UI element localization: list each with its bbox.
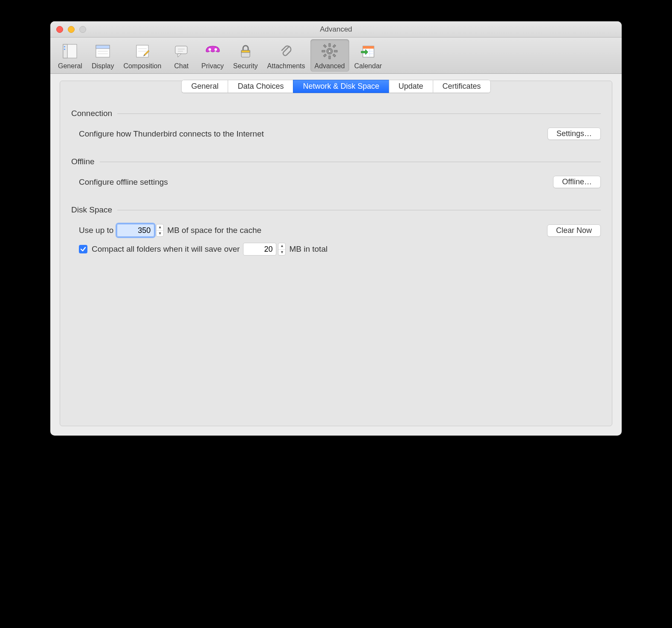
svg-rect-30: [333, 44, 336, 47]
toolbar-label: Chat: [174, 62, 188, 70]
attachments-icon: [277, 42, 295, 61]
stepper-up-icon[interactable]: ▲: [156, 224, 163, 231]
tab-network-disk-space[interactable]: Network & Disk Space: [293, 80, 388, 93]
compact-threshold-stepper[interactable]: ▲ ▼: [278, 243, 286, 256]
section-disk-space: Disk Space Use up to ▲ ▼ MB of space for…: [71, 205, 601, 256]
section-title: Connection: [71, 109, 117, 118]
toolbar-label: Calendar: [354, 62, 382, 70]
cache-prefix-label: Use up to: [79, 226, 113, 235]
preferences-toolbar: General Display: [50, 38, 622, 74]
cache-suffix-label: MB of space for the cache: [167, 226, 261, 235]
calendar-icon: [359, 42, 377, 61]
advanced-icon: [320, 42, 339, 61]
toolbar-label: Security: [233, 62, 258, 70]
stepper-down-icon[interactable]: ▼: [278, 250, 285, 256]
section-heading: Offline: [71, 157, 601, 166]
security-icon: [236, 42, 255, 61]
tab-data-choices[interactable]: Data Choices: [228, 80, 293, 93]
privacy-icon: [203, 42, 222, 61]
toolbar-security[interactable]: Security: [229, 39, 262, 72]
divider: [117, 113, 601, 114]
preferences-window: Advanced General: [50, 21, 622, 436]
toolbar-advanced[interactable]: Advanced: [310, 39, 349, 72]
compact-label: Compact all folders when it will save ov…: [92, 244, 240, 254]
compact-checkbox[interactable]: [79, 245, 87, 253]
toolbar-label: Attachments: [267, 62, 305, 70]
svg-rect-4: [64, 49, 65, 50]
sub-tabs: General Data Choices Network & Disk Spac…: [71, 80, 601, 93]
stepper-up-icon[interactable]: ▲: [278, 243, 285, 250]
offline-desc: Configure offline settings: [79, 177, 168, 187]
general-icon: [61, 42, 79, 61]
titlebar: Advanced: [50, 21, 622, 38]
connection-desc: Configure how Thunderbird connects to th…: [79, 129, 264, 139]
connection-settings-button[interactable]: Settings…: [547, 128, 601, 140]
display-icon: [93, 42, 112, 61]
section-connection: Connection Configure how Thunderbird con…: [71, 109, 601, 140]
svg-rect-27: [334, 50, 337, 52]
content-area: General Data Choices Network & Disk Spac…: [50, 74, 622, 436]
svg-rect-24: [329, 44, 330, 47]
toolbar-label: General: [58, 62, 82, 70]
svg-point-23: [328, 50, 331, 52]
toolbar-calendar[interactable]: Calendar: [350, 39, 386, 72]
chat-icon: [172, 42, 191, 61]
clear-cache-button[interactable]: Clear Now: [547, 224, 601, 237]
toolbar-privacy[interactable]: Privacy: [197, 39, 228, 72]
svg-rect-3: [64, 46, 65, 47]
cache-size-stepper[interactable]: ▲ ▼: [156, 224, 164, 237]
sub-tab-group: General Data Choices Network & Disk Spac…: [181, 80, 490, 93]
check-icon: [80, 246, 86, 252]
divider: [117, 210, 601, 210]
cache-size-input[interactable]: [117, 224, 154, 237]
svg-rect-31: [324, 54, 327, 57]
composition-icon: [133, 42, 152, 61]
window-title: Advanced: [50, 25, 622, 34]
svg-marker-15: [178, 54, 181, 57]
toolbar-label: Privacy: [201, 62, 223, 70]
toolbar-label: Advanced: [315, 62, 345, 70]
tab-general[interactable]: General: [181, 80, 228, 93]
section-heading: Connection: [71, 109, 601, 118]
svg-point-19: [214, 48, 217, 51]
stepper-down-icon[interactable]: ▼: [156, 231, 163, 237]
toolbar-general[interactable]: General: [54, 39, 87, 72]
svg-rect-21: [241, 50, 250, 52]
svg-rect-6: [96, 45, 110, 49]
toolbar-label: Display: [92, 62, 114, 70]
section-offline: Offline Configure offline settings Offli…: [71, 157, 601, 188]
settings-pane: General Data Choices Network & Disk Spac…: [60, 81, 612, 426]
tab-certificates[interactable]: Certificates: [433, 80, 491, 93]
svg-rect-28: [324, 44, 327, 47]
svg-rect-14: [175, 46, 187, 54]
compact-suffix-label: MB in total: [289, 244, 327, 254]
section-title: Offline: [71, 157, 100, 166]
section-heading: Disk Space: [71, 205, 601, 215]
svg-point-18: [209, 48, 211, 51]
svg-rect-29: [333, 54, 336, 57]
toolbar-chat[interactable]: Chat: [166, 39, 196, 72]
offline-settings-button[interactable]: Offline…: [553, 176, 601, 188]
toolbar-attachments[interactable]: Attachments: [263, 39, 310, 72]
toolbar-label: Composition: [123, 62, 161, 70]
toolbar-display[interactable]: Display: [87, 39, 118, 72]
toolbar-composition[interactable]: Composition: [119, 39, 165, 72]
section-title: Disk Space: [71, 205, 117, 215]
svg-rect-33: [363, 46, 374, 49]
compact-threshold-input[interactable]: [243, 243, 276, 256]
svg-rect-25: [329, 56, 330, 59]
tab-update[interactable]: Update: [389, 80, 433, 93]
divider: [100, 162, 601, 162]
svg-rect-26: [322, 50, 325, 52]
